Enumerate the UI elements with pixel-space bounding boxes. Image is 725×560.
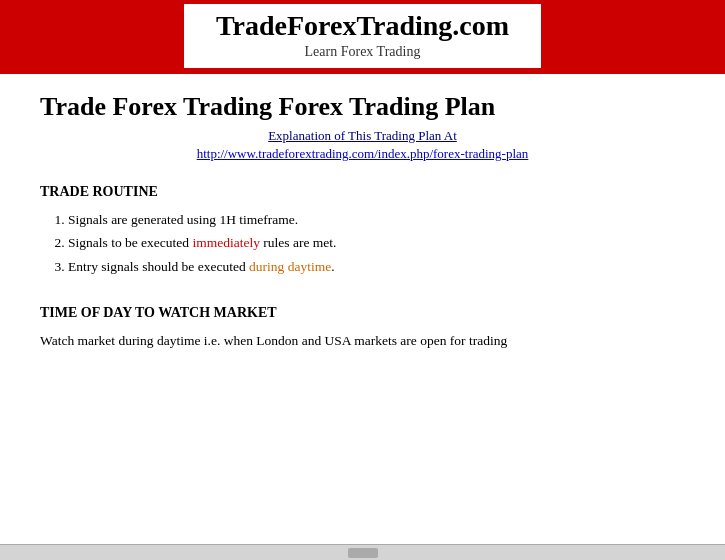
trade-routine-heading: TRADE ROUTINE (40, 184, 685, 200)
list-item: Entry signals should be executed during … (68, 257, 685, 277)
site-title: TradeForexTrading.com (216, 10, 509, 42)
item3-highlight: during daytime (249, 259, 331, 274)
explanation-link-url[interactable]: http://www.tradeforextrading.com/index.p… (40, 146, 685, 162)
list-item: Signals are generated using 1H timeframe… (68, 210, 685, 230)
item1-text: Signals are generated using 1H timeframe… (68, 212, 298, 227)
item2-text-after: rules are met. (260, 235, 336, 250)
scrollbar-area[interactable] (0, 544, 725, 560)
list-item: Signals to be executed immediately rules… (68, 233, 685, 253)
explanation-link-label[interactable]: Explanation of This Trading Plan At (40, 128, 685, 144)
time-of-day-text: Watch market during daytime i.e. when Lo… (40, 331, 685, 351)
item3-text-after: . (331, 259, 334, 274)
scrollbar-thumb[interactable] (348, 548, 378, 558)
header-banner: TradeForexTrading.com Learn Forex Tradin… (0, 0, 725, 74)
item3-text-before: Entry signals should be executed (68, 259, 249, 274)
time-of-day-heading: TIME OF DAY TO WATCH MARKET (40, 305, 685, 321)
header-inner: TradeForexTrading.com Learn Forex Tradin… (184, 4, 541, 68)
trade-routine-list: Signals are generated using 1H timeframe… (40, 210, 685, 277)
content-area: Trade Forex Trading Forex Trading Plan E… (0, 74, 725, 544)
item2-text-before: Signals to be executed (68, 235, 192, 250)
time-of-day-section: TIME OF DAY TO WATCH MARKET Watch market… (40, 305, 685, 351)
page-title: Trade Forex Trading Forex Trading Plan (40, 92, 685, 122)
trade-routine-section: TRADE ROUTINE Signals are generated usin… (40, 184, 685, 277)
site-subtitle: Learn Forex Trading (305, 44, 421, 60)
item2-highlight: immediately (192, 235, 259, 250)
